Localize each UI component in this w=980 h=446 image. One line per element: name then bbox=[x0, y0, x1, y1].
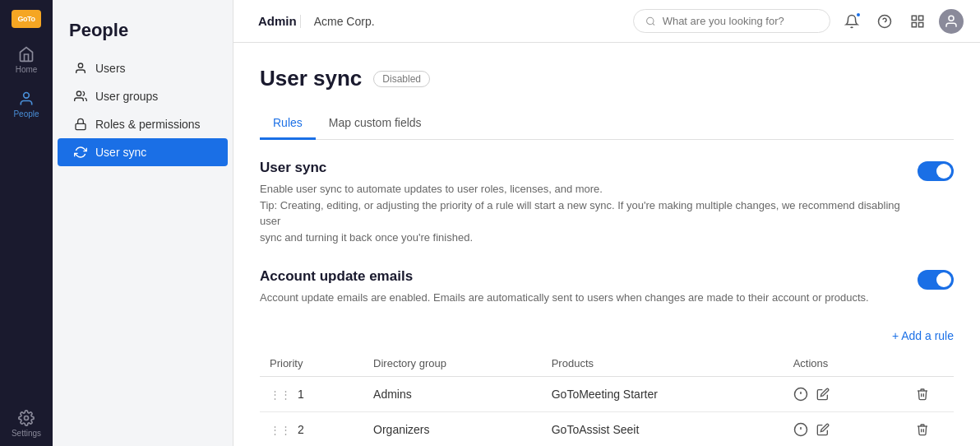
notification-dot bbox=[855, 12, 862, 18]
top-header: Admin Acme Corp. bbox=[233, 0, 980, 43]
svg-point-0 bbox=[24, 93, 30, 99]
tab-rules[interactable]: Rules bbox=[260, 108, 316, 140]
row2-actions bbox=[784, 411, 891, 446]
apps-icon bbox=[910, 14, 925, 29]
row1-edit-button[interactable] bbox=[816, 388, 830, 401]
row1-delete-button[interactable] bbox=[900, 388, 944, 401]
tabs: Rules Map custom fields bbox=[260, 108, 954, 140]
col-delete bbox=[890, 351, 954, 377]
account-emails-toggle[interactable] bbox=[918, 270, 954, 290]
row2-edit-button[interactable] bbox=[816, 423, 830, 436]
sidebar-title: People bbox=[53, 13, 233, 54]
search-icon bbox=[645, 16, 656, 27]
row2-delete-button[interactable] bbox=[900, 423, 944, 436]
col-products: Products bbox=[542, 351, 784, 377]
user-groups-icon bbox=[74, 90, 87, 103]
row2-delete bbox=[890, 411, 954, 446]
page-header: User sync Disabled bbox=[260, 66, 954, 91]
row1-directory-group: Admins bbox=[363, 376, 542, 411]
search-bar[interactable] bbox=[633, 9, 830, 33]
page-title: User sync bbox=[260, 66, 362, 91]
sidebar-item-roles-permissions[interactable]: Roles & permissions bbox=[58, 110, 228, 138]
svg-line-6 bbox=[653, 23, 654, 25]
user-sync-desc2: Tip: Creating, editing, or adjusting the… bbox=[260, 197, 901, 230]
trash-icon bbox=[916, 388, 929, 401]
row2-priority: ⋮⋮ 2 bbox=[260, 411, 363, 446]
row1-actions bbox=[784, 376, 891, 411]
tab-map-custom-fields[interactable]: Map custom fields bbox=[316, 108, 435, 140]
sidebar-user-sync-label: User sync bbox=[95, 146, 146, 159]
svg-point-13 bbox=[949, 16, 954, 21]
nav-item-settings[interactable]: Settings bbox=[0, 402, 53, 446]
table-row: ⋮⋮ 1 Admins GoToMeeting Starter bbox=[260, 376, 954, 411]
svg-rect-12 bbox=[919, 22, 923, 26]
nav-item-people[interactable]: People bbox=[0, 82, 53, 127]
table-header: Priority Directory group Products Action… bbox=[260, 351, 954, 377]
people-sidebar: People Users User groups Roles & permiss… bbox=[53, 0, 233, 446]
sidebar-item-users[interactable]: Users bbox=[58, 54, 228, 82]
svg-point-1 bbox=[25, 416, 29, 420]
main-content: Admin Acme Corp. bbox=[233, 0, 980, 446]
row1-products: GoToMeeting Starter bbox=[542, 376, 784, 411]
admin-label: Admin bbox=[258, 14, 297, 28]
sidebar-item-user-groups[interactable]: User groups bbox=[58, 82, 228, 110]
left-navigation: GoTo Home People Settings bbox=[0, 0, 53, 446]
account-emails-text: Account update emails Account update ema… bbox=[260, 268, 901, 306]
row1-delete bbox=[890, 376, 954, 411]
svg-rect-11 bbox=[912, 22, 916, 26]
home-icon bbox=[18, 46, 35, 63]
user-sync-desc1: Enable user sync to automate updates to … bbox=[260, 181, 901, 197]
user-sync-text: User sync Enable user sync to automate u… bbox=[260, 160, 901, 245]
table-row: ⋮⋮ 2 Organizers GoToAssist Seeit bbox=[260, 411, 954, 446]
row2-directory-group: Organizers bbox=[363, 411, 542, 446]
roles-permissions-icon bbox=[74, 118, 87, 131]
avatar[interactable] bbox=[939, 9, 964, 34]
search-input[interactable] bbox=[663, 15, 818, 27]
apps-button[interactable] bbox=[906, 10, 929, 33]
col-actions: Actions bbox=[784, 351, 891, 377]
row2-products: GoToAssist Seeit bbox=[542, 411, 784, 446]
row1-info-button[interactable] bbox=[793, 387, 808, 402]
user-sync-title: User sync bbox=[260, 160, 901, 176]
account-emails-section: Account update emails Account update ema… bbox=[260, 268, 954, 306]
row2-info-button[interactable] bbox=[793, 422, 808, 437]
people-icon bbox=[18, 91, 35, 107]
account-emails-desc: Account update emails are enabled. Email… bbox=[260, 290, 901, 306]
help-button[interactable] bbox=[873, 10, 896, 33]
svg-point-3 bbox=[76, 91, 81, 95]
svg-rect-4 bbox=[76, 123, 86, 129]
edit-icon bbox=[816, 388, 830, 401]
sidebar-roles-label: Roles & permissions bbox=[95, 118, 201, 131]
goto-logo: GoTo bbox=[12, 10, 41, 28]
drag-handle-icon[interactable]: ⋮⋮ bbox=[270, 388, 291, 401]
row1-action-icons bbox=[793, 387, 881, 402]
user-sync-toggle[interactable] bbox=[918, 161, 954, 181]
rules-table: Priority Directory group Products Action… bbox=[260, 351, 954, 447]
status-badge: Disabled bbox=[373, 71, 430, 87]
nav-settings-label: Settings bbox=[12, 429, 41, 438]
company-name: Acme Corp. bbox=[300, 15, 375, 28]
row1-priority: ⋮⋮ 1 bbox=[260, 376, 363, 411]
drag-handle-icon[interactable]: ⋮⋮ bbox=[270, 424, 291, 436]
add-rule-button[interactable]: + Add a rule bbox=[892, 329, 954, 342]
notification-button[interactable] bbox=[840, 10, 863, 33]
table-header-row: + Add a rule bbox=[260, 329, 954, 342]
svg-rect-10 bbox=[919, 16, 923, 20]
nav-home-label: Home bbox=[16, 65, 38, 74]
avatar-icon bbox=[944, 14, 959, 29]
page-content: User sync Disabled Rules Map custom fiel… bbox=[233, 43, 980, 446]
user-sync-icon bbox=[74, 146, 87, 159]
nav-item-home[interactable]: Home bbox=[0, 38, 53, 82]
svg-point-2 bbox=[78, 63, 82, 67]
svg-rect-9 bbox=[912, 16, 916, 20]
info-icon bbox=[793, 387, 808, 402]
header-right bbox=[633, 9, 964, 34]
sidebar-item-user-sync[interactable]: User sync bbox=[58, 138, 228, 166]
settings-icon bbox=[18, 410, 35, 426]
col-directory-group: Directory group bbox=[363, 351, 542, 377]
logo-area: GoTo bbox=[0, 0, 53, 38]
trash-icon bbox=[916, 423, 929, 436]
row2-action-icons bbox=[793, 422, 881, 437]
sidebar-user-groups-label: User groups bbox=[95, 90, 158, 103]
col-priority: Priority bbox=[260, 351, 363, 377]
